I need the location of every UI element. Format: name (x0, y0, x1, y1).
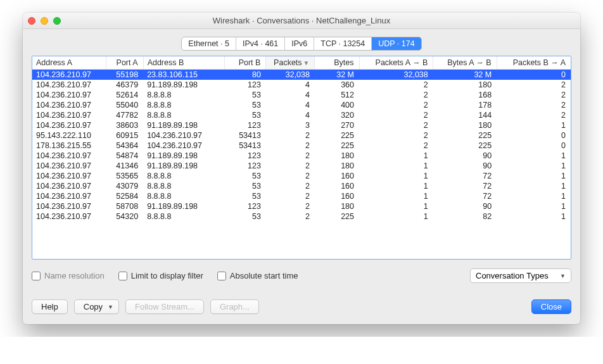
column-header[interactable]: Packets▼ (266, 56, 315, 70)
table-cell: 1 (359, 181, 433, 191)
copy-button[interactable]: Copy ▼ (74, 299, 119, 314)
table-cell: 46379 (106, 80, 143, 90)
table-cell: 72 (433, 191, 497, 201)
table-cell: 2 (497, 80, 571, 90)
table-row[interactable]: 104.236.210.975519823.83.106.1158032,038… (32, 70, 571, 80)
table-row[interactable]: 104.236.210.97543208.8.8.85322251821 (32, 211, 571, 222)
table-row[interactable]: 104.236.210.97525848.8.8.85321601721 (32, 191, 571, 201)
table-cell: 512 (315, 90, 359, 100)
content: Ethernet · 5IPv4 · 461IPv6TCP · 13254UDP… (23, 29, 580, 324)
minimize-window-icon[interactable] (41, 17, 48, 25)
column-header[interactable]: Packets B → A (497, 56, 571, 70)
table-cell: 144 (433, 110, 497, 120)
table-row[interactable]: 104.236.210.975487491.189.89.19812321801… (32, 151, 571, 161)
absolute-time-checkbox[interactable]: Absolute start time (217, 271, 298, 280)
table-cell: 72 (433, 181, 497, 191)
table-row[interactable]: 104.236.210.973860391.189.89.19812332702… (32, 120, 571, 130)
conversation-types-dropdown[interactable]: Conversation Types ▼ (470, 268, 571, 283)
table-cell: 123 (225, 201, 266, 211)
table-row[interactable]: 104.236.210.974134691.189.89.19812321801… (32, 161, 571, 171)
tab-2[interactable]: IPv6 (285, 37, 314, 50)
table-cell: 104.236.210.97 (32, 151, 106, 161)
conversations-table-wrap: Address APort AAddress BPort BPackets▼By… (32, 56, 571, 260)
table-cell: 58708 (106, 201, 143, 211)
table-row[interactable]: 104.236.210.97526148.8.8.853451221682 (32, 90, 571, 100)
table-cell: 1 (359, 191, 433, 201)
table-cell: 178.136.215.55 (32, 141, 106, 151)
tab-0[interactable]: Ethernet · 5 (182, 37, 236, 50)
column-header[interactable]: Port B (225, 56, 266, 70)
table-cell: 104.236.210.97 (32, 120, 106, 130)
table-cell: 32,038 (266, 70, 315, 80)
close-button[interactable]: Close (531, 299, 571, 314)
table-row[interactable]: 104.236.210.97430798.8.8.85321601721 (32, 181, 571, 191)
table-cell: 123 (225, 161, 266, 171)
conversations-table: Address APort AAddress BPort BPackets▼By… (32, 56, 571, 222)
name-resolution-label: Name resolution (44, 271, 105, 280)
table-cell: 225 (433, 130, 497, 141)
table-cell: 104.236.210.97 (32, 70, 106, 80)
zoom-window-icon[interactable] (53, 17, 61, 25)
absolute-time-input[interactable] (217, 272, 226, 280)
table-row[interactable]: 104.236.210.97550408.8.8.853440021782 (32, 100, 571, 110)
table-cell: 95.143.222.110 (32, 130, 106, 141)
help-button[interactable]: Help (32, 299, 68, 314)
name-resolution-checkbox[interactable]: Name resolution (32, 271, 105, 280)
tab-1[interactable]: IPv4 · 461 (236, 37, 285, 50)
name-resolution-input[interactable] (32, 272, 41, 280)
column-header[interactable]: Bytes A → B (433, 56, 497, 70)
table-row[interactable]: 104.236.210.97477828.8.8.853432021442 (32, 110, 571, 120)
column-header[interactable]: Bytes (315, 56, 359, 70)
tab-4[interactable]: UDP · 174 (372, 37, 421, 50)
chevron-down-icon: ▼ (560, 273, 566, 279)
table-cell: 53 (225, 211, 266, 222)
table-cell: 160 (315, 191, 359, 201)
column-header[interactable]: Address A (32, 56, 106, 70)
table-cell: 60915 (106, 130, 143, 141)
table-cell: 180 (433, 80, 497, 90)
table-row[interactable]: 104.236.210.975870891.189.89.19812321801… (32, 201, 571, 211)
limit-filter-checkbox[interactable]: Limit to display filter (118, 271, 203, 280)
table-cell: 91.189.89.198 (143, 120, 224, 130)
table-row[interactable]: 178.136.215.5554364104.236.210.975341322… (32, 141, 571, 151)
tabs-bar: Ethernet · 5IPv4 · 461IPv6TCP · 13254UDP… (32, 37, 571, 51)
table-row[interactable]: 95.143.222.11060915104.236.210.975341322… (32, 130, 571, 141)
table-cell: 32 M (433, 70, 497, 80)
table-cell: 2 (266, 211, 315, 222)
limit-filter-input[interactable] (118, 272, 127, 280)
table-cell: 400 (315, 100, 359, 110)
limit-filter-label: Limit to display filter (131, 271, 203, 280)
table-cell: 53565 (106, 171, 143, 181)
table-cell: 225 (433, 141, 497, 151)
table-cell: 1 (359, 161, 433, 171)
table-cell: 8.8.8.8 (143, 171, 224, 181)
tab-3[interactable]: TCP · 13254 (314, 37, 372, 50)
table-cell: 0 (497, 141, 571, 151)
table-cell: 104.236.210.97 (32, 80, 106, 90)
close-window-icon[interactable] (28, 17, 35, 25)
table-cell: 104.236.210.97 (32, 90, 106, 100)
table-cell: 270 (315, 120, 359, 130)
table-cell: 32 M (315, 70, 359, 80)
column-header[interactable]: Address B (143, 56, 224, 70)
table-cell: 180 (433, 120, 497, 130)
table-cell: 2 (266, 141, 315, 151)
table-cell: 160 (315, 181, 359, 191)
table-cell: 104.236.210.97 (32, 100, 106, 110)
table-cell: 91.189.89.198 (143, 151, 224, 161)
table-cell: 1 (497, 181, 571, 191)
table-cell: 8.8.8.8 (143, 100, 224, 110)
table-cell: 225 (315, 211, 359, 222)
column-header[interactable]: Port A (106, 56, 143, 70)
table-cell: 0 (497, 130, 571, 141)
column-header[interactable]: Packets A → B (359, 56, 433, 70)
table-cell: 2 (359, 120, 433, 130)
table-cell: 0 (497, 70, 571, 80)
table-cell: 53 (225, 171, 266, 181)
table-cell: 90 (433, 161, 497, 171)
table-cell: 53 (225, 110, 266, 120)
table-cell: 2 (266, 191, 315, 201)
table-row[interactable]: 104.236.210.974637991.189.89.19812343602… (32, 80, 571, 90)
table-cell: 43079 (106, 181, 143, 191)
table-row[interactable]: 104.236.210.97535658.8.8.85321601721 (32, 171, 571, 181)
